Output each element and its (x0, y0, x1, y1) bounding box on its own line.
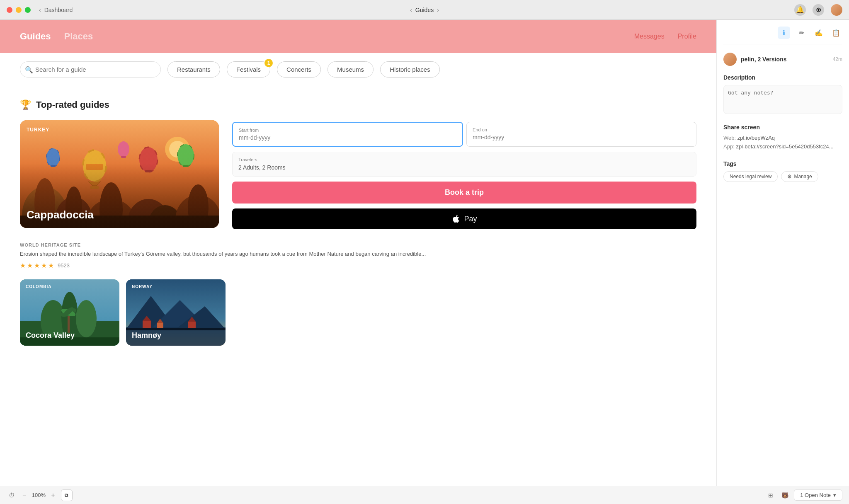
apple-icon (451, 214, 461, 223)
manage-tags-button[interactable]: ⚙ Manage (781, 171, 818, 182)
add-note-icon[interactable]: ⊞ (766, 490, 776, 500)
close-button[interactable] (7, 7, 12, 13)
start-date-field: Start from (232, 122, 463, 147)
filter-museums[interactable]: Museums (327, 61, 374, 78)
bottom-right-controls: ⊞ 🐻 1 Open Note ▾ (766, 489, 842, 501)
copy-button[interactable]: ⧉ (61, 489, 73, 501)
card-meta: WORLD HERITAGE SITE Erosion shaped the i… (20, 242, 696, 269)
app-content: Guides Places Messages Profile 🔍 Restaur… (0, 20, 716, 486)
cappadocia-card-image[interactable]: TURKEY Cappadoccia (20, 120, 219, 228)
share-title: Share screen (723, 124, 842, 131)
edit-tool-icon[interactable]: ✍ (813, 27, 825, 39)
filter-festivals-wrapper: Festivals 1 (227, 61, 270, 78)
user-avatar[interactable] (831, 4, 842, 16)
section-title-area: 🏆 Top-rated guides (20, 99, 696, 110)
trophy-icon: 🏆 (20, 99, 31, 110)
colombia-card[interactable]: COLOMBIA Cocora Valley (20, 279, 119, 346)
header-actions: Messages Profile (634, 33, 696, 40)
back-nav-label[interactable]: Dashboard (44, 7, 73, 13)
nav-guides[interactable]: Guides (20, 31, 51, 42)
info-tool-icon[interactable]: ℹ (778, 27, 790, 39)
zoom-level: 100% (30, 492, 47, 498)
zoom-in-button[interactable]: + (49, 491, 57, 500)
app-navigation: Guides Places (20, 31, 93, 42)
card-description: Erosion shaped the incredible landscape … (20, 250, 696, 258)
date-row: Start from End on (232, 122, 696, 147)
tags-title: Tags (723, 160, 842, 167)
colombia-name: Cocora Valley (26, 331, 75, 340)
star-4: ★ (41, 262, 47, 269)
titlebar-navigation: ‹ Dashboard (39, 7, 73, 13)
back-nav-button[interactable]: ‹ (39, 7, 41, 13)
apple-pay-button[interactable]: Pay (232, 208, 696, 229)
share-app-link: App: zpl-beta://screen?sid=5e5420d553fc2… (723, 143, 842, 150)
open-note-button[interactable]: 1 Open Note ▾ (794, 489, 842, 501)
end-date-label: End on (473, 127, 690, 132)
panel-toolbar: ℹ ✏ ✍ 📋 (723, 27, 842, 44)
travelers-value: 2 Adults, 2 Rooms (238, 164, 286, 171)
festivals-badge: 1 (264, 59, 273, 67)
tags-section: Tags Needs legal review ⚙ Manage (723, 160, 842, 182)
share-app-url[interactable]: zpl-beta://screen?sid=5e5420d553fc24... (736, 143, 833, 150)
tag-legal-review[interactable]: Needs legal review (723, 171, 778, 182)
share-web-url[interactable]: zpl.io/bepWzAq (737, 135, 775, 141)
book-trip-button[interactable]: Book a trip (232, 182, 696, 204)
filter-historic[interactable]: Historic places (380, 61, 440, 78)
notification-icon[interactable]: 🔔 (794, 4, 806, 16)
share-web-label: Web: (723, 135, 736, 141)
travelers-label: Travelers (238, 157, 690, 162)
minimize-button[interactable] (16, 7, 22, 13)
apple-pay-label: Pay (464, 215, 477, 223)
card-country: TURKEY (27, 127, 49, 133)
travelers-field: Travelers 2 Adults, 2 Rooms (232, 152, 696, 177)
main-layout: Guides Places Messages Profile 🔍 Restaur… (0, 20, 849, 486)
end-date-input[interactable] (473, 134, 690, 141)
nav-left-icon[interactable]: ‹ (410, 7, 412, 13)
star-1: ★ (20, 262, 26, 269)
titlebar: ‹ Dashboard ‹ Guides › 🔔 ⊕ (0, 0, 849, 20)
zoom-out-button[interactable]: − (20, 491, 29, 500)
filter-restaurants[interactable]: Restaurants (167, 61, 220, 78)
card-tag: WORLD HERITAGE SITE (20, 242, 696, 247)
start-date-label: Start from (239, 128, 456, 133)
description-title: Description (723, 74, 842, 81)
inspect-tool-icon[interactable]: ✏ (795, 27, 808, 39)
search-input-wrapper: 🔍 (20, 61, 161, 78)
messages-link[interactable]: Messages (634, 33, 665, 40)
right-panel: ℹ ✏ ✍ 📋 pelin, 2 Versions 42m Descriptio… (716, 20, 849, 486)
user-row: pelin, 2 Versions 42m (723, 53, 842, 66)
share-web-link: Web: zpl.io/bepWzAq (723, 135, 842, 141)
star-2: ★ (27, 262, 33, 269)
norway-card[interactable]: NORWAY Hamnøy (126, 279, 226, 346)
notes-textarea[interactable] (723, 85, 842, 114)
bottom-left-controls: ⏱ − 100% + ⧉ (7, 489, 73, 501)
description-section: Description (723, 74, 842, 116)
nav-right-icon[interactable]: › (437, 7, 439, 13)
booking-panel: Start from End on Travelers 2 Adults, 2 … (232, 120, 696, 229)
user-info: pelin, 2 Versions (723, 53, 787, 66)
main-content: 🏆 Top-rated guides (0, 86, 716, 486)
star-5: ★ (48, 262, 54, 269)
section-title: Top-rated guides (36, 99, 109, 110)
filter-concerts[interactable]: Concerts (277, 61, 321, 78)
panel-user-avatar (723, 53, 737, 66)
start-date-input[interactable] (239, 134, 456, 141)
help-icon[interactable]: ⊕ (813, 4, 824, 16)
emoji-icon[interactable]: 🐻 (780, 490, 790, 500)
tags-row: Needs legal review ⚙ Manage (723, 171, 842, 182)
filter-festivals[interactable]: Festivals (227, 61, 270, 78)
maximize-button[interactable] (25, 7, 31, 13)
end-date-field: End on (466, 122, 696, 147)
share-section: Share screen Web: zpl.io/bepWzAq App: zp… (723, 124, 842, 152)
history-icon[interactable]: ⏱ (7, 490, 17, 500)
norway-name: Hamnøy (132, 331, 161, 340)
nav-places[interactable]: Places (64, 31, 93, 42)
search-input[interactable] (20, 61, 161, 78)
share-app-label: App: (723, 143, 735, 150)
notes-tool-icon[interactable]: 📋 (830, 27, 842, 39)
window-controls (7, 7, 31, 13)
gear-icon: ⚙ (787, 174, 792, 179)
titlebar-title-area: ‹ Guides › (410, 7, 439, 13)
review-count: 9523 (58, 262, 70, 269)
profile-link[interactable]: Profile (678, 33, 696, 40)
